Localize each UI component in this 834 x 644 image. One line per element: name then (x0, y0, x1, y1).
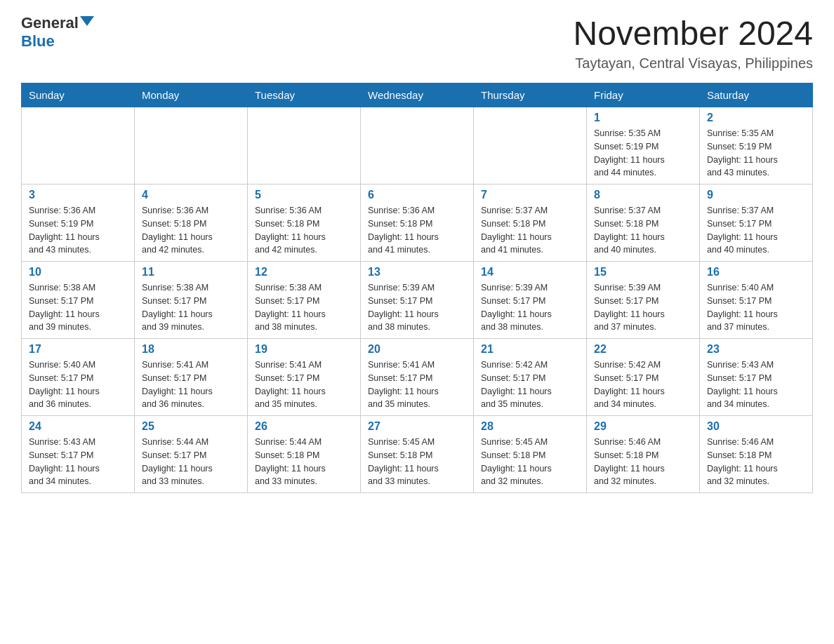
calendar-cell: 12Sunrise: 5:38 AM Sunset: 5:17 PM Dayli… (248, 262, 361, 339)
calendar-cell (135, 107, 248, 185)
day-info: Sunrise: 5:38 AM Sunset: 5:17 PM Dayligh… (142, 281, 240, 334)
day-number: 17 (29, 343, 127, 356)
calendar-cell: 2Sunrise: 5:35 AM Sunset: 5:19 PM Daylig… (700, 107, 813, 185)
title-section: November 2024 Taytayan, Central Visayas,… (573, 14, 813, 72)
day-number: 24 (29, 420, 127, 433)
calendar-cell: 1Sunrise: 5:35 AM Sunset: 5:19 PM Daylig… (587, 107, 700, 185)
day-info: Sunrise: 5:41 AM Sunset: 5:17 PM Dayligh… (255, 358, 353, 411)
calendar-cell (474, 107, 587, 185)
day-number: 15 (594, 266, 692, 279)
day-number: 4 (142, 189, 240, 201)
day-number: 19 (255, 343, 353, 356)
week-row: 10Sunrise: 5:38 AM Sunset: 5:17 PM Dayli… (22, 262, 813, 339)
day-of-week-header: Friday (587, 83, 700, 107)
day-number: 25 (142, 420, 240, 433)
calendar-cell: 18Sunrise: 5:41 AM Sunset: 5:17 PM Dayli… (135, 339, 248, 416)
day-info: Sunrise: 5:45 AM Sunset: 5:18 PM Dayligh… (368, 436, 466, 488)
day-info: Sunrise: 5:44 AM Sunset: 5:17 PM Dayligh… (142, 436, 240, 488)
calendar-cell: 15Sunrise: 5:39 AM Sunset: 5:17 PM Dayli… (587, 262, 700, 339)
day-info: Sunrise: 5:43 AM Sunset: 5:17 PM Dayligh… (29, 436, 127, 488)
day-of-week-header: Thursday (474, 83, 587, 107)
calendar-cell: 24Sunrise: 5:43 AM Sunset: 5:17 PM Dayli… (22, 416, 135, 493)
day-info: Sunrise: 5:40 AM Sunset: 5:17 PM Dayligh… (707, 281, 805, 334)
day-number: 11 (142, 266, 240, 279)
day-number: 5 (255, 189, 353, 201)
day-number: 26 (255, 420, 353, 433)
calendar-cell: 27Sunrise: 5:45 AM Sunset: 5:18 PM Dayli… (361, 416, 474, 493)
calendar-cell (248, 107, 361, 185)
month-title: November 2024 (573, 14, 813, 53)
week-row: 24Sunrise: 5:43 AM Sunset: 5:17 PM Dayli… (22, 416, 813, 493)
calendar-cell (361, 107, 474, 185)
calendar-table: SundayMondayTuesdayWednesdayThursdayFrid… (21, 83, 813, 493)
day-info: Sunrise: 5:35 AM Sunset: 5:19 PM Dayligh… (707, 127, 805, 180)
calendar-cell: 28Sunrise: 5:45 AM Sunset: 5:18 PM Dayli… (474, 416, 587, 493)
day-number: 6 (368, 189, 466, 201)
calendar-cell: 8Sunrise: 5:37 AM Sunset: 5:18 PM Daylig… (587, 185, 700, 262)
day-of-week-header: Wednesday (361, 83, 474, 107)
day-number: 29 (594, 420, 692, 433)
day-info: Sunrise: 5:42 AM Sunset: 5:17 PM Dayligh… (481, 358, 579, 411)
logo-general-text: General (21, 14, 79, 32)
day-info: Sunrise: 5:45 AM Sunset: 5:18 PM Dayligh… (481, 436, 579, 488)
days-of-week-row: SundayMondayTuesdayWednesdayThursdayFrid… (22, 83, 813, 107)
calendar-cell: 20Sunrise: 5:41 AM Sunset: 5:17 PM Dayli… (361, 339, 474, 416)
calendar-cell: 6Sunrise: 5:36 AM Sunset: 5:18 PM Daylig… (361, 185, 474, 262)
calendar-cell: 3Sunrise: 5:36 AM Sunset: 5:19 PM Daylig… (22, 185, 135, 262)
day-number: 20 (368, 343, 466, 356)
calendar-cell: 22Sunrise: 5:42 AM Sunset: 5:17 PM Dayli… (587, 339, 700, 416)
calendar-body: 1Sunrise: 5:35 AM Sunset: 5:19 PM Daylig… (22, 107, 813, 493)
calendar-cell: 23Sunrise: 5:43 AM Sunset: 5:17 PM Dayli… (700, 339, 813, 416)
day-info: Sunrise: 5:37 AM Sunset: 5:17 PM Dayligh… (707, 204, 805, 257)
day-number: 30 (707, 420, 805, 433)
day-info: Sunrise: 5:37 AM Sunset: 5:18 PM Dayligh… (481, 204, 579, 257)
day-number: 1 (594, 112, 692, 124)
day-number: 7 (481, 189, 579, 201)
day-info: Sunrise: 5:41 AM Sunset: 5:17 PM Dayligh… (368, 358, 466, 411)
location-title: Taytayan, Central Visayas, Philippines (573, 55, 813, 72)
calendar-cell: 13Sunrise: 5:39 AM Sunset: 5:17 PM Dayli… (361, 262, 474, 339)
calendar-cell: 10Sunrise: 5:38 AM Sunset: 5:17 PM Dayli… (22, 262, 135, 339)
logo: General Blue (21, 14, 94, 51)
calendar-cell: 21Sunrise: 5:42 AM Sunset: 5:17 PM Dayli… (474, 339, 587, 416)
day-number: 13 (368, 266, 466, 279)
calendar-cell: 7Sunrise: 5:37 AM Sunset: 5:18 PM Daylig… (474, 185, 587, 262)
day-info: Sunrise: 5:38 AM Sunset: 5:17 PM Dayligh… (29, 281, 127, 334)
day-of-week-header: Sunday (22, 83, 135, 107)
day-info: Sunrise: 5:46 AM Sunset: 5:18 PM Dayligh… (707, 436, 805, 488)
day-number: 28 (481, 420, 579, 433)
calendar-cell: 25Sunrise: 5:44 AM Sunset: 5:17 PM Dayli… (135, 416, 248, 493)
day-number: 3 (29, 189, 127, 201)
calendar-cell: 17Sunrise: 5:40 AM Sunset: 5:17 PM Dayli… (22, 339, 135, 416)
day-number: 12 (255, 266, 353, 279)
day-info: Sunrise: 5:36 AM Sunset: 5:19 PM Dayligh… (29, 204, 127, 257)
week-row: 1Sunrise: 5:35 AM Sunset: 5:19 PM Daylig… (22, 107, 813, 185)
day-info: Sunrise: 5:36 AM Sunset: 5:18 PM Dayligh… (368, 204, 466, 257)
day-info: Sunrise: 5:39 AM Sunset: 5:17 PM Dayligh… (368, 281, 466, 334)
page-header: General Blue November 2024 Taytayan, Cen… (21, 14, 813, 72)
calendar-cell (22, 107, 135, 185)
calendar-cell: 29Sunrise: 5:46 AM Sunset: 5:18 PM Dayli… (587, 416, 700, 493)
day-number: 8 (594, 189, 692, 201)
logo-triangle-icon (80, 16, 94, 26)
day-info: Sunrise: 5:39 AM Sunset: 5:17 PM Dayligh… (481, 281, 579, 334)
day-number: 16 (707, 266, 805, 279)
calendar-cell: 26Sunrise: 5:44 AM Sunset: 5:18 PM Dayli… (248, 416, 361, 493)
day-number: 23 (707, 343, 805, 356)
calendar-cell: 16Sunrise: 5:40 AM Sunset: 5:17 PM Dayli… (700, 262, 813, 339)
day-info: Sunrise: 5:38 AM Sunset: 5:17 PM Dayligh… (255, 281, 353, 334)
day-info: Sunrise: 5:36 AM Sunset: 5:18 PM Dayligh… (142, 204, 240, 257)
day-info: Sunrise: 5:37 AM Sunset: 5:18 PM Dayligh… (594, 204, 692, 257)
day-number: 21 (481, 343, 579, 356)
day-number: 22 (594, 343, 692, 356)
day-number: 9 (707, 189, 805, 201)
day-number: 14 (481, 266, 579, 279)
calendar-header: SundayMondayTuesdayWednesdayThursdayFrid… (22, 83, 813, 107)
day-number: 18 (142, 343, 240, 356)
day-info: Sunrise: 5:40 AM Sunset: 5:17 PM Dayligh… (29, 358, 127, 411)
day-info: Sunrise: 5:42 AM Sunset: 5:17 PM Dayligh… (594, 358, 692, 411)
calendar-cell: 30Sunrise: 5:46 AM Sunset: 5:18 PM Dayli… (700, 416, 813, 493)
calendar-cell: 14Sunrise: 5:39 AM Sunset: 5:17 PM Dayli… (474, 262, 587, 339)
week-row: 17Sunrise: 5:40 AM Sunset: 5:17 PM Dayli… (22, 339, 813, 416)
calendar-cell: 4Sunrise: 5:36 AM Sunset: 5:18 PM Daylig… (135, 185, 248, 262)
